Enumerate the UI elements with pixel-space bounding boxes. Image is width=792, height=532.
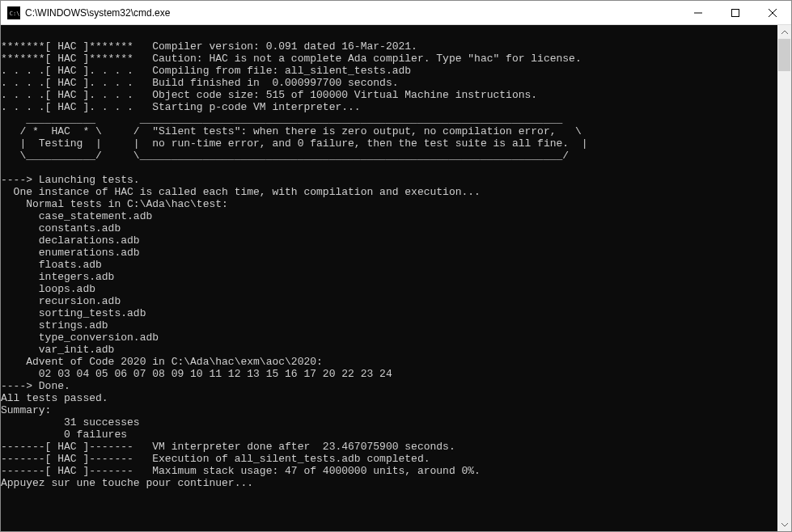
svg-rect-3	[732, 9, 739, 16]
window-title: C:\WINDOWS\system32\cmd.exe	[25, 7, 680, 19]
cmd-icon: C:\	[7, 6, 20, 19]
minimize-button[interactable]	[680, 1, 717, 25]
maximize-button[interactable]	[717, 1, 754, 25]
svg-text:C:\: C:\	[10, 10, 19, 16]
console-output[interactable]: *******[ HAC ]******* Compiler version: …	[1, 25, 777, 531]
close-button[interactable]	[754, 1, 791, 25]
vertical-scrollbar[interactable]	[777, 25, 791, 531]
window-titlebar: C:\ C:\WINDOWS\system32\cmd.exe	[1, 1, 791, 25]
console-container: *******[ HAC ]******* Compiler version: …	[1, 25, 791, 531]
scrollbar-thumb[interactable]	[778, 39, 790, 71]
scroll-down-button[interactable]	[777, 517, 791, 531]
scroll-up-button[interactable]	[777, 25, 791, 39]
